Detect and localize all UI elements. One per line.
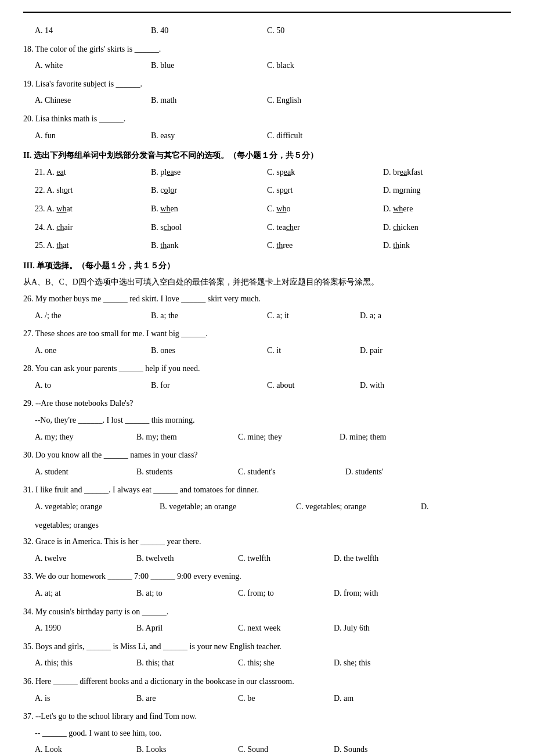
q35-optA: A. this; this xyxy=(35,656,136,671)
q28-options: A. to B. for C. about D. with xyxy=(35,378,511,394)
q17-optB: B. 40 xyxy=(151,23,267,39)
q22-optB: B. color xyxy=(151,183,267,199)
q24-options: 24. A. chair B. school C. teacher D. chi… xyxy=(35,220,511,236)
q26-optC: C. a; it xyxy=(267,308,360,324)
q33-options: A. at; at B. at; to C. from; to D. from;… xyxy=(35,586,511,602)
q36-options: A. is B. are C. be D. am xyxy=(35,691,511,707)
q28-optB: B. for xyxy=(151,378,267,394)
q30-options: A. student B. students C. student's D. s… xyxy=(35,465,511,480)
q18-optB: B. blue xyxy=(151,58,267,74)
q21-optC: C. speak xyxy=(267,165,383,181)
q24-optD: D. chicken xyxy=(383,220,499,236)
q17-options: A. 14 B. 40 C. 50 xyxy=(35,23,511,39)
section-III-title: III. 单项选择。（每小题１分，共１５分） xyxy=(23,258,511,274)
q26-optA: A. /; the xyxy=(35,308,151,324)
section-III-desc: 从A、B、C、D四个选项中选出可填入空白处的最佳答案，并把答题卡上对应题目的答案… xyxy=(23,275,511,290)
q37-line2: -- ______ good. I want to see him, too. xyxy=(35,726,511,741)
q33-optB: B. at; to xyxy=(136,586,238,602)
q29-optC: C. mine; they xyxy=(238,430,340,445)
q34: 34. My cousin's birthday party is on ___… xyxy=(23,604,511,620)
q37-optC: C. Sound xyxy=(238,742,334,756)
q31-optD: D. xyxy=(421,499,444,515)
q20-options: A. fun B. easy C. difficult xyxy=(35,128,511,144)
q29-optB: B. my; them xyxy=(136,430,238,445)
q34-options: A. 1990 B. April C. next week D. July 6t… xyxy=(35,621,511,636)
q31: 31. I like fruit and ______. I always ea… xyxy=(23,483,511,498)
q22-optD: D. morning xyxy=(383,183,499,199)
section-II-title: II. 选出下列每组单词中划线部分发音与其它不同的选项。（每小题１分，共５分） xyxy=(23,148,511,164)
q37-options: A. Look B. Looks C. Sound D. Sounds xyxy=(35,742,511,756)
q31-optC: C. vegetables; orange xyxy=(296,499,421,515)
q29-line1: 29. --Are those notebooks Dale's? xyxy=(23,396,511,412)
q25: 25. A. that B. thank C. three D. think xyxy=(23,238,511,254)
q19-optA: A. Chinese xyxy=(35,93,151,109)
q31-optB: B. vegetable; an orange xyxy=(160,499,296,515)
q35: 35. Boys and girls, ______ is Miss Li, a… xyxy=(23,639,511,655)
q31-optA: A. vegetable; orange xyxy=(35,499,160,515)
q30-optA: A. student xyxy=(35,465,136,480)
q27-optA: A. one xyxy=(35,343,151,359)
q22-optC: C. sport xyxy=(267,183,383,199)
q28-optA: A. to xyxy=(35,378,151,394)
q36-optB: B. are xyxy=(136,691,238,707)
q34-optA: A. 1990 xyxy=(35,621,136,636)
q26-optD: D. a; a xyxy=(360,308,453,324)
q18-optA: A. white xyxy=(35,58,151,74)
q32-optD: D. the twelfth xyxy=(334,551,430,567)
q32-optA: A. twelve xyxy=(35,551,136,567)
q33-optC: C. from; to xyxy=(238,586,334,602)
q25-optA: 25. A. that xyxy=(35,238,151,254)
q24: 24. A. chair B. school C. teacher D. chi… xyxy=(23,220,511,236)
q35-options: A. this; this B. this; that C. this; she… xyxy=(35,656,511,671)
q34-optC: C. next week xyxy=(238,621,334,636)
q21-optB: B. please xyxy=(151,165,267,181)
q32-optB: B. twelveth xyxy=(136,551,238,567)
top-divider xyxy=(23,12,511,13)
q21-optD: D. breakfast xyxy=(383,165,499,181)
q20-optA: A. fun xyxy=(35,128,151,144)
q27-optD: D. pair xyxy=(360,343,453,359)
q24-optB: B. school xyxy=(151,220,267,236)
q29-optD: D. mine; them xyxy=(340,430,441,445)
q27-options: A. one B. ones C. it D. pair xyxy=(35,343,511,359)
q17-optA: A. 14 xyxy=(35,23,151,39)
q19-optB: B. math xyxy=(151,93,267,109)
q17-optC: C. 50 xyxy=(267,23,383,39)
q27-optC: C. it xyxy=(267,343,360,359)
q18-optC: C. black xyxy=(267,58,383,74)
q22-options: 22. A. short B. color C. sport D. mornin… xyxy=(35,183,511,199)
q31-options: A. vegetable; orange B. vegetable; an or… xyxy=(35,499,511,515)
q24-optA: 24. A. chair xyxy=(35,220,151,236)
q31-wrap: vegetables; oranges xyxy=(35,518,511,534)
q24-optC: C. teacher xyxy=(267,220,383,236)
q29-optA: A. my; they xyxy=(35,430,136,445)
q29-line2: --No, they're ______. I lost ______ this… xyxy=(35,413,511,429)
q25-optC: C. three xyxy=(267,238,383,254)
q36-optC: C. be xyxy=(238,691,334,707)
q30-optD: D. students' xyxy=(345,465,438,480)
q37-optB: B. Looks xyxy=(136,742,238,756)
exam-content: A. 14 B. 40 C. 50 18. The color of the g… xyxy=(23,23,511,756)
q23: 23. A. what B. when C. who D. where xyxy=(23,201,511,217)
q33-optD: D. from; with xyxy=(334,586,430,602)
q22: 22. A. short B. color C. sport D. mornin… xyxy=(23,183,511,199)
q25-optD: D. think xyxy=(383,238,499,254)
q28: 28. You can ask your parents ______ help… xyxy=(23,361,511,377)
q18: 18. The color of the girls' skirts is __… xyxy=(23,42,511,57)
q32-options: A. twelve B. twelveth C. twelfth D. the … xyxy=(35,551,511,567)
q19-options: A. Chinese B. math C. English xyxy=(35,93,511,109)
q26-optB: B. a; the xyxy=(151,308,267,324)
q32-optC: C. twelfth xyxy=(238,551,334,567)
q37-line1: 37. --Let's go to the school library and… xyxy=(23,709,511,725)
q36-optA: A. is xyxy=(35,691,136,707)
q21: 21. A. eat B. please C. speak D. breakfa… xyxy=(23,165,511,181)
q25-optB: B. thank xyxy=(151,238,267,254)
q21-options: 21. A. eat B. please C. speak D. breakfa… xyxy=(35,165,511,181)
q34-optB: B. April xyxy=(136,621,238,636)
q27-optB: B. ones xyxy=(151,343,267,359)
q18-options: A. white B. blue C. black xyxy=(35,58,511,74)
q23-optA: 23. A. what xyxy=(35,201,151,217)
q23-optB: B. when xyxy=(151,201,267,217)
q36-optD: D. am xyxy=(334,691,430,707)
q22-optA: 22. A. short xyxy=(35,183,151,199)
